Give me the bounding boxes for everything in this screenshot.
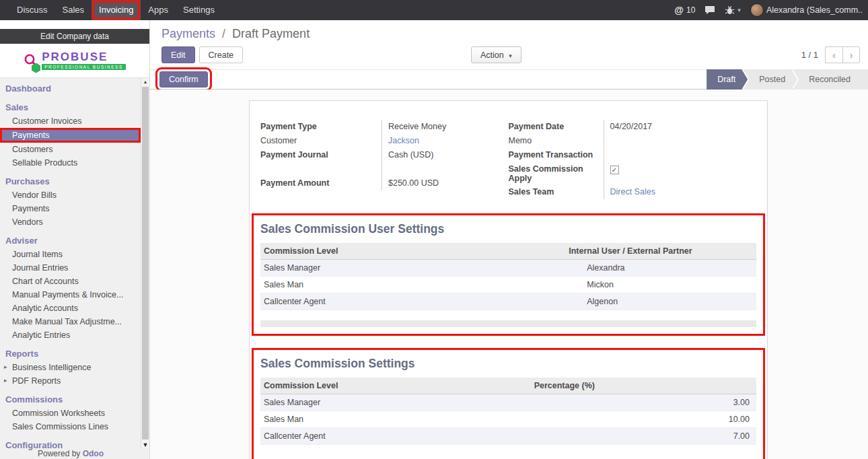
column-header-percentage[interactable]: Percentage (%)	[531, 378, 756, 394]
status-posted[interactable]: Posted	[743, 69, 797, 90]
sidebar-item-make-manual-tax-adjustments[interactable]: Make Manual Tax Adjustme...	[0, 315, 141, 328]
edit-company-data-button[interactable]: Edit Company data	[0, 29, 149, 44]
sidebar-item-pdf-reports[interactable]: ▸ PDF Reports	[0, 374, 141, 388]
form-spacer	[260, 162, 382, 176]
sidebar-heading-reports[interactable]: Reports	[0, 347, 141, 361]
memo-label: Memo	[509, 134, 604, 148]
scrollbar-thumb[interactable]	[142, 87, 149, 439]
topbar-menu-apps[interactable]: Apps	[141, 0, 176, 20]
table-row[interactable]: Callcenter Agent Algenon	[260, 293, 756, 310]
customer-link[interactable]: Jackson	[388, 136, 419, 145]
sidebar-scrollbar[interactable]: ▲ ▼	[141, 78, 149, 448]
edit-button[interactable]: Edit	[161, 46, 195, 63]
notifications-button[interactable]: @ 10	[674, 5, 695, 15]
sidebar-item-analytic-entries[interactable]: Analytic Entries	[0, 328, 141, 342]
create-button[interactable]: Create	[199, 46, 244, 63]
hexagon-icon	[31, 63, 41, 73]
sidebar-item-commission-worksheets[interactable]: Commission Worksheets	[0, 407, 141, 420]
breadcrumb-current: Draft Payment	[232, 27, 310, 40]
sidebar-item-manual-payments-invoice[interactable]: Manual Payments & Invoice...	[0, 288, 141, 302]
messages-button[interactable]	[704, 5, 715, 15]
status-draft[interactable]: Draft	[707, 69, 748, 90]
sales-team-link[interactable]: Direct Sales	[610, 187, 655, 197]
cell-user: Alexandra	[565, 260, 756, 277]
table-row[interactable]: Sales Manager Alexandra	[260, 260, 756, 277]
cell-user: Algenon	[565, 293, 756, 310]
sidebar: Edit Company data PROBUSE PROFESSIONAL B…	[0, 20, 150, 459]
table-row[interactable]: Sales Man 10.00	[260, 411, 756, 428]
scroll-down-icon[interactable]: ▼	[141, 441, 149, 449]
sidebar-nav: Dashboard Sales Customer Invoices Paymen…	[0, 77, 149, 459]
sidebar-item-payments[interactable]: Payments	[0, 128, 141, 143]
user-name: Alexandra (Sales_comm..	[766, 5, 863, 15]
payment-date-label: Payment Date	[509, 120, 604, 134]
breadcrumb-payments-link[interactable]: Payments	[161, 27, 215, 40]
cell-commission-level: Sales Man	[260, 277, 565, 293]
topbar-menu-invoicing[interactable]: Invoicing	[92, 0, 141, 20]
user-menu[interactable]: Alexandra (Sales_comm..	[750, 3, 863, 17]
odoo-brand-link[interactable]: Odoo	[83, 449, 104, 458]
commission-settings-section-title: Sales Commission Settings	[260, 357, 756, 371]
column-header-commission-level[interactable]: Commission Level	[260, 378, 531, 394]
sales-commission-settings-section: Sales Commission Settings Commission Lev…	[260, 357, 756, 456]
topbar-menu-discuss[interactable]: Discuss	[9, 0, 55, 20]
pager-value: 1 / 1	[801, 50, 818, 60]
payment-amount-value: $250.00 USD	[382, 176, 439, 190]
sidebar-heading-commissions[interactable]: Commissions	[0, 392, 141, 407]
topbar-menus: Discuss Sales Invoicing Apps Settings	[0, 0, 222, 20]
control-panel: Payments / Draft Payment Edit Create Act…	[150, 20, 868, 69]
sidebar-item-chart-of-accounts[interactable]: Chart of Accounts	[0, 275, 141, 288]
sidebar-item-customers[interactable]: Customers	[0, 143, 141, 156]
action-label: Action	[480, 50, 504, 60]
table-row[interactable]: Sales Man Mickon	[260, 277, 756, 293]
payment-type-label: Payment Type	[260, 120, 382, 134]
systray: @ 10 ▾ Alexan	[674, 0, 868, 20]
sidebar-item-analytic-accounts[interactable]: Analytic Accounts	[0, 302, 141, 315]
sidebar-heading-sales[interactable]: Sales	[0, 100, 141, 114]
avatar	[750, 3, 764, 17]
sidebar-item-journal-entries[interactable]: Journal Entries	[0, 261, 141, 275]
sidebar-item-vendors[interactable]: Vendors	[0, 215, 141, 229]
column-header-internal-user[interactable]: Internal User / External Partner	[565, 243, 756, 260]
payment-date-value: 04/20/2017	[604, 120, 653, 134]
sidebar-item-sellable-products[interactable]: Sellable Products	[0, 156, 141, 170]
debug-menu-button[interactable]: ▾	[725, 5, 741, 15]
form-view: Payment Type Receive Money Customer Jack…	[150, 90, 868, 459]
pager-next-button[interactable]: ›	[842, 46, 860, 63]
sidebar-heading-dashboard[interactable]: Dashboard	[0, 81, 141, 96]
top-navbar: Discuss Sales Invoicing Apps Settings @ …	[0, 0, 868, 20]
sales-commission-apply-checkbox[interactable]: ✓	[610, 166, 619, 174]
confirm-button[interactable]: Confirm	[159, 71, 208, 87]
sidebar-item-business-intelligence[interactable]: ▸ Business Intelligence	[0, 361, 141, 374]
powered-by-text: Powered by	[38, 449, 80, 458]
cell-percentage: 3.00	[531, 394, 756, 411]
topbar-menu-sales[interactable]: Sales	[55, 0, 92, 20]
topbar-menu-settings[interactable]: Settings	[176, 0, 222, 20]
sales-team-label: Sales Team	[509, 185, 604, 199]
form-right-group: Payment Date 04/20/2017 Memo Payment Tra…	[509, 120, 757, 199]
scroll-up-icon[interactable]: ▲	[141, 78, 149, 86]
sidebar-heading-purchases[interactable]: Purchases	[0, 174, 141, 188]
sidebar-item-journal-items[interactable]: Journal Items	[0, 248, 141, 261]
cell-commission-level: Callcenter Agent	[260, 428, 531, 445]
sidebar-item-customer-invoices[interactable]: Customer Invoices	[0, 114, 141, 128]
cell-percentage: 10.00	[531, 411, 756, 428]
payment-type-value: Receive Money	[382, 120, 446, 134]
expand-arrow-icon: ▸	[4, 363, 7, 370]
user-settings-section-title: Sales Commission User Settings	[260, 222, 756, 236]
sidebar-item-vendor-bills[interactable]: Vendor Bills	[0, 188, 141, 202]
sidebar-heading-adviser[interactable]: Adviser	[0, 234, 141, 248]
column-header-commission-level[interactable]: Commission Level	[260, 243, 565, 260]
table-row[interactable]: Sales Manager 3.00	[260, 394, 756, 411]
payment-journal-label: Payment Journal	[260, 148, 382, 162]
commission-settings-table: Commission Level Percentage (%) Sales Ma…	[260, 378, 756, 445]
action-dropdown-button[interactable]: Action ▾	[471, 46, 521, 63]
table-row[interactable]: Callcenter Agent 7.00	[260, 428, 756, 445]
payment-transaction-value	[604, 148, 610, 162]
pager-previous-button[interactable]: ‹	[825, 46, 842, 63]
status-reconciled[interactable]: Reconciled	[793, 69, 868, 90]
statusbar: Confirm Draft Posted Reconciled	[150, 69, 868, 90]
sidebar-item-vendor-payments[interactable]: Payments	[0, 202, 141, 215]
sidebar-item-sales-commissions-lines[interactable]: Sales Commissions Lines	[0, 420, 141, 433]
company-logo[interactable]: PROBUSE PROFESSIONAL BUSINESS	[0, 44, 149, 77]
